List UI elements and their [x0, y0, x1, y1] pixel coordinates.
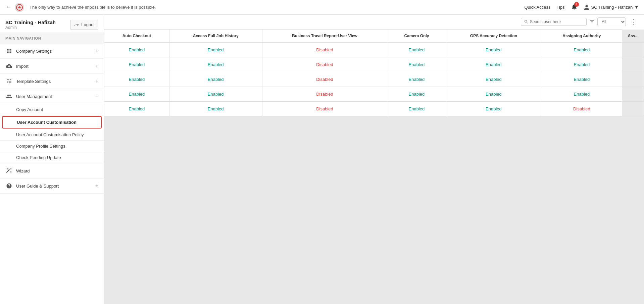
table-row: EnabledEnabledDisabledEnabledEnabledEnab…	[104, 87, 644, 102]
user-dropdown-icon: ▼	[634, 5, 639, 10]
overflow-cell	[622, 87, 644, 102]
question-icon	[5, 182, 13, 190]
table-cell: Enabled	[104, 57, 169, 72]
table-cell: Enabled	[169, 87, 262, 102]
import-toggle: +	[95, 63, 98, 69]
people-icon	[5, 93, 13, 100]
back-button[interactable]: ←	[5, 4, 11, 11]
table-cell: Disabled	[262, 87, 387, 102]
svg-rect-2	[10, 49, 11, 50]
table-cell: Enabled	[446, 72, 541, 87]
sidebar-user-role: Admin	[5, 25, 56, 30]
sidebar-subitem-user-account-customisation[interactable]: User Account Customisation	[2, 116, 102, 129]
company-profile-settings-label: Company Profile Settings	[16, 144, 65, 149]
table-cell: Enabled	[446, 87, 541, 102]
grid-icon	[5, 47, 13, 55]
sidebar: SC Training - Hafizah Admin Logout MAIN …	[0, 15, 104, 304]
check-pending-update-label: Check Pending Update	[16, 155, 61, 160]
more-options-button[interactable]: ⋮	[629, 17, 639, 26]
table-cell: Enabled	[104, 43, 169, 57]
logout-label: Logout	[81, 22, 95, 27]
topbar-motto: The only way to achieve the impossible i…	[30, 5, 156, 10]
table-row: EnabledEnabledDisabledEnabledEnabledDisa…	[104, 102, 644, 116]
search-box	[521, 18, 587, 26]
user-guide-toggle: +	[95, 183, 98, 189]
tips-link[interactable]: Tips	[556, 5, 564, 10]
template-settings-label: Template Settings	[16, 79, 95, 84]
overflow-cell	[622, 57, 644, 72]
sidebar-subitem-user-account-customisation-policy[interactable]: User Account Customisation Policy	[0, 129, 104, 141]
table-cell: Disabled	[262, 102, 387, 116]
table-cell: Enabled	[169, 57, 262, 72]
table-cell: Enabled	[541, 57, 622, 72]
table-cell: Enabled	[387, 43, 446, 57]
table-cell: Enabled	[446, 43, 541, 57]
overflow-cell	[622, 102, 644, 116]
sidebar-item-user-guide[interactable]: User Guide & Support +	[0, 179, 104, 194]
sidebar-user-section: SC Training - Hafizah Admin Logout	[0, 15, 104, 33]
sidebar-item-company-settings[interactable]: Company Settings +	[0, 44, 104, 59]
copy-account-label: Copy Account	[16, 107, 43, 112]
overflow-cell	[622, 43, 644, 57]
table-cell: Enabled	[387, 57, 446, 72]
quick-access-link[interactable]: Quick Access	[524, 5, 550, 10]
table-cell: Enabled	[104, 72, 169, 87]
table-cell: Disabled	[262, 72, 387, 87]
user-menu[interactable]: SC Training - Hafizah ▼	[584, 4, 639, 10]
sidebar-item-import[interactable]: Import +	[0, 59, 104, 74]
sidebar-subitem-check-pending-update[interactable]: Check Pending Update	[0, 152, 104, 163]
table-cell: Enabled	[387, 87, 446, 102]
main-content: All Enabled Disabled ⋮ Auto Checkout Acc…	[104, 15, 644, 304]
sidebar-subitem-copy-account[interactable]: Copy Account	[0, 104, 104, 115]
search-input[interactable]	[530, 19, 584, 24]
table-cell: Enabled	[446, 57, 541, 72]
table-row: EnabledEnabledDisabledEnabledEnabledEnab…	[104, 57, 644, 72]
col-overflow: Ass...	[622, 30, 644, 43]
topbar: ← The only way to achieve the impossible…	[0, 0, 644, 15]
table-toolbar: All Enabled Disabled ⋮	[104, 15, 644, 29]
user-guide-label: User Guide & Support	[16, 184, 95, 189]
table-cell: Enabled	[169, 72, 262, 87]
table-cell: Enabled	[541, 72, 622, 87]
template-settings-toggle: +	[95, 78, 98, 84]
logout-button[interactable]: Logout	[70, 20, 98, 30]
sidebar-item-wizard[interactable]: Wizard	[0, 163, 104, 179]
svg-rect-4	[10, 52, 11, 53]
table-cell: Enabled	[387, 72, 446, 87]
search-icon	[524, 19, 529, 24]
table-cell: Enabled	[387, 102, 446, 116]
sidebar-user-name: SC Training - Hafizah	[5, 19, 56, 25]
sidebar-item-template-settings[interactable]: Template Settings +	[0, 74, 104, 89]
svg-rect-1	[7, 49, 8, 50]
table-row: EnabledEnabledDisabledEnabledEnabledEnab…	[104, 72, 644, 87]
table-cell: Enabled	[541, 43, 622, 57]
table-cell: Enabled	[446, 102, 541, 116]
col-camera-only: Camera Only	[387, 30, 446, 43]
app-logo	[15, 3, 24, 12]
sliders-icon	[5, 78, 13, 85]
filter-select[interactable]: All Enabled Disabled	[597, 17, 626, 26]
user-management-label: User Management	[16, 94, 95, 99]
col-assigning-authority: Assigning Authority	[541, 30, 622, 43]
table-cell: Disabled	[541, 102, 622, 116]
user-management-toggle: −	[95, 93, 98, 99]
table-cell: Enabled	[541, 87, 622, 102]
col-auto-checkout: Auto Checkout	[104, 30, 169, 43]
user-account-customisation-label: User Account Customisation	[17, 120, 77, 125]
overflow-cell	[622, 72, 644, 87]
cloud-icon	[5, 62, 13, 70]
data-table: Auto Checkout Access Full Job History Bu…	[104, 29, 644, 116]
nav-section-title: MAIN NAVIGATION	[0, 33, 104, 44]
table-cell: Disabled	[262, 43, 387, 57]
table-cell: Enabled	[169, 102, 262, 116]
sidebar-item-user-management[interactable]: User Management −	[0, 89, 104, 104]
user-label: SC Training - Hafizah	[591, 5, 633, 10]
table-cell: Enabled	[104, 102, 169, 116]
notifications-bell[interactable]: 1	[571, 3, 578, 11]
sidebar-subitem-company-profile-settings[interactable]: Company Profile Settings	[0, 141, 104, 152]
table-cell: Enabled	[169, 43, 262, 57]
company-settings-label: Company Settings	[16, 49, 95, 54]
svg-rect-3	[7, 52, 8, 53]
company-settings-toggle: +	[95, 48, 98, 54]
filter-icon	[589, 19, 595, 24]
